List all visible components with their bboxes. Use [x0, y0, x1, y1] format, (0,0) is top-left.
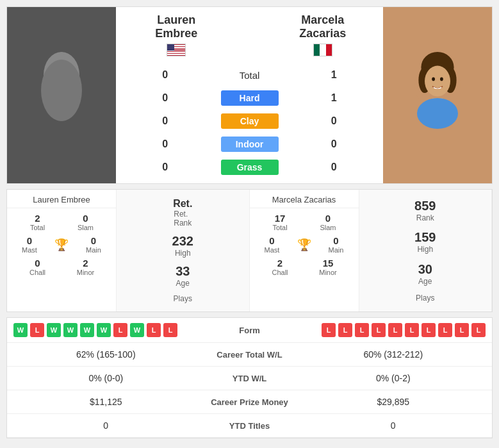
right-center-stats: 859 Rank 159 High 30 Age Plays — [359, 190, 493, 311]
prize-label: Career Prize Money — [199, 397, 301, 407]
left-mast-item: 0 Mast — [13, 235, 45, 254]
left-total-slam: 2 Total 0 Slam — [7, 211, 116, 233]
bottom-stats-section: WLWWWWLWLL Form LLLLLLLLLL 62% (165-100)… — [6, 317, 493, 438]
form-badge-left: W — [13, 323, 28, 337]
right-slam-item: 0 Slam — [304, 213, 352, 231]
left-slam-item: 0 Slam — [61, 213, 110, 231]
left-player-name-below: Lauren Embree — [7, 193, 116, 208]
right-flag-container — [269, 44, 377, 56]
right-main-item: 0 Main — [320, 235, 352, 254]
form-badge-right: L — [322, 323, 336, 337]
score-row-hard: 0 Hard 1 — [119, 88, 380, 108]
left-clay-score: 0 — [119, 115, 211, 127]
career-wl-left: 62% (165-100) — [13, 349, 199, 360]
form-badge-right: L — [388, 323, 402, 337]
form-row: WLWWWWLWLL Form LLLLLLLLLL — [7, 318, 492, 343]
svg-point-11 — [432, 77, 435, 81]
svg-point-4 — [41, 60, 82, 121]
score-rows: 0 Total 1 0 Hard 1 0 — [116, 62, 383, 183]
plays-cell: Plays — [174, 291, 192, 306]
left-main-item: 0 Main — [78, 235, 110, 254]
left-total-item: 2 Total — [13, 213, 61, 231]
player-left-photo — [7, 7, 116, 183]
form-badge-right: L — [338, 323, 352, 337]
form-label: Form — [199, 326, 301, 335]
right-clay-score: 0 — [288, 115, 380, 127]
ytd-titles-label: YTD Titles — [199, 421, 301, 431]
score-row-total: 0 Total 1 — [119, 65, 380, 85]
form-badge-left: W — [47, 323, 61, 337]
prize-left: $11,125 — [13, 397, 199, 407]
career-wl-label: Career Total W/L — [199, 350, 301, 360]
career-wl-right: 60% (312-212) — [301, 349, 486, 360]
hard-badge: Hard — [211, 90, 288, 106]
score-row-grass: 0 Grass 0 — [119, 157, 380, 178]
right-total-slam: 17 Total 0 Slam — [250, 211, 359, 233]
form-badge-left: W — [130, 323, 144, 337]
prize-row: $11,125 Career Prize Money $29,895 — [7, 390, 492, 414]
left-minor-item: 2 Minor — [61, 258, 110, 276]
player-right-name: Marcela Zacarias — [269, 13, 377, 40]
svg-point-12 — [440, 77, 443, 81]
form-left: WLWWWWLWLL — [13, 323, 199, 337]
left-indoor-score: 0 — [119, 138, 211, 150]
right-age-cell: 30 Age — [418, 259, 432, 289]
flag-us — [167, 44, 186, 56]
right-total-item: 17 Total — [256, 213, 304, 231]
rank-cell: Ret. Ret. Rank — [173, 195, 192, 231]
form-badge-left: L — [163, 323, 177, 337]
form-badge-right: L — [372, 323, 386, 337]
form-badge-left: L — [147, 323, 161, 337]
ytd-wl-label: YTD W/L — [199, 374, 301, 383]
right-mast-item: 0 Mast — [256, 235, 288, 254]
ytd-titles-left: 0 — [13, 420, 199, 431]
names-row: Lauren Embree Marcela Zacarias — [116, 7, 383, 44]
player-left-name: Lauren Embree — [122, 13, 231, 40]
age-cell: 33 Age — [176, 261, 190, 291]
right-indoor-score: 0 — [288, 138, 380, 150]
right-plays-cell: Plays — [416, 290, 434, 306]
left-flag-container — [122, 44, 231, 56]
right-chall-item: 2 Chall — [256, 258, 304, 276]
left-hard-score: 0 — [119, 92, 211, 104]
right-rank-cell: 859 Rank — [414, 195, 436, 226]
score-row-clay: 0 Clay 0 — [119, 111, 380, 131]
left-total-score: 0 — [119, 69, 211, 81]
svg-point-10 — [425, 65, 450, 96]
form-badge-right: L — [438, 323, 452, 337]
right-trophy-icon: 🏆 — [288, 238, 320, 252]
ytd-wl-left: 0% (0-0) — [13, 373, 199, 383]
right-player-name-below: Marcela Zacarias — [250, 193, 359, 208]
prize-right: $29,895 — [301, 397, 486, 407]
form-badge-left: W — [97, 323, 111, 337]
grass-badge: Grass — [211, 160, 288, 175]
right-chall-minor: 2 Chall 15 Minor — [250, 256, 359, 278]
ytd-titles-right: 0 — [301, 420, 486, 431]
form-badge-left: W — [80, 323, 94, 337]
score-row-indoor: 0 Indoor 0 — [119, 134, 380, 154]
right-mast-main: 0 Mast 🏆 0 Main — [250, 233, 359, 256]
center-section: Lauren Embree Marcela Zacarias — [116, 7, 383, 183]
left-player-stats: Lauren Embree 2 Total 0 Slam 0 Mast 🏆 — [7, 190, 116, 311]
clay-badge: Clay — [211, 113, 288, 129]
ytd-wl-row: 0% (0-0) YTD W/L 0% (0-2) — [7, 367, 492, 390]
high-cell: 232 High — [172, 231, 193, 261]
flag-mx — [313, 44, 332, 56]
form-badge-right: L — [455, 323, 469, 337]
right-total-score: 1 — [288, 69, 380, 81]
player-right-photo — [383, 7, 492, 183]
left-trophy-icon: 🏆 — [45, 238, 78, 252]
career-wl-row: 62% (165-100) Career Total W/L 60% (312-… — [7, 343, 492, 367]
right-high-cell: 159 High — [414, 227, 436, 257]
ytd-wl-right: 0% (0-2) — [301, 373, 486, 383]
form-badge-left: L — [30, 323, 44, 337]
right-player-stats: Marcela Zacarias 17 Total 0 Slam 0 Mast … — [250, 190, 359, 311]
form-badge-right: L — [405, 323, 419, 337]
right-hard-score: 1 — [288, 92, 380, 104]
ytd-titles-row: 0 YTD Titles 0 — [7, 414, 492, 438]
left-grass-score: 0 — [119, 162, 211, 173]
svg-point-14 — [417, 98, 458, 129]
form-badge-right: L — [471, 323, 486, 337]
right-grass-score: 0 — [288, 162, 380, 173]
left-chall-item: 0 Chall — [13, 258, 61, 276]
